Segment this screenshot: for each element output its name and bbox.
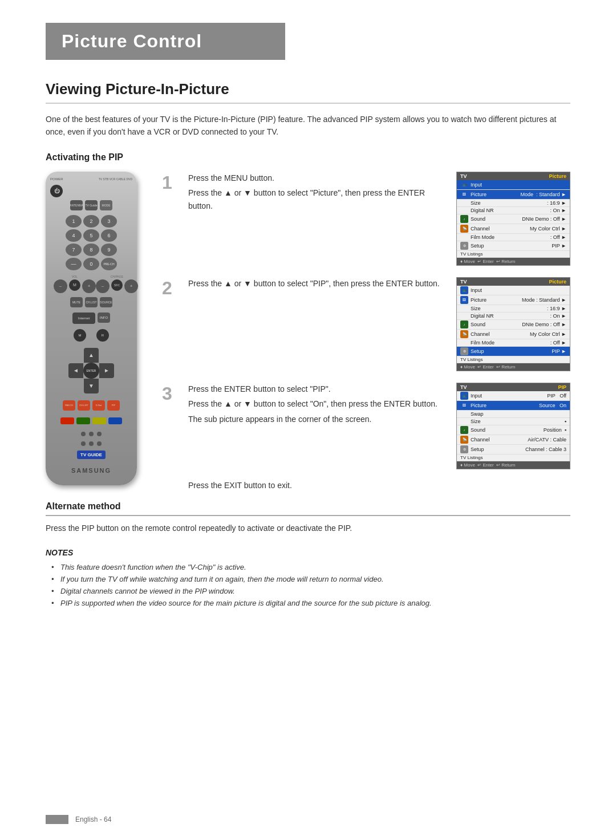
picture-mode-1: Mode : Standard ► [521, 192, 566, 197]
yellow-button[interactable] [92, 417, 106, 424]
film-label-1: Film Mode [471, 234, 495, 240]
setup-icon-1: ⚙ [460, 242, 468, 250]
green-button[interactable] [76, 417, 90, 424]
source-button[interactable]: SOURCE [100, 297, 112, 307]
channel-label-3: Channel [471, 437, 490, 443]
sound-icon-2: ♪ [460, 320, 468, 328]
num-dash[interactable]: — [66, 258, 82, 270]
remote-dots-2 [81, 441, 102, 446]
step-1-line-2: Press the ▲ or ▼ button to select "Pictu… [188, 186, 447, 212]
picture-label-3: Picture [471, 403, 487, 408]
num-8[interactable]: 8 [83, 244, 99, 256]
size-val-3: ▪ [565, 419, 566, 424]
num-9[interactable]: 9 [101, 244, 117, 256]
ch-down[interactable]: – [96, 279, 110, 293]
screen-footer-2: ♦ Move ↵ Enter ↩ Return [457, 363, 570, 371]
info-button[interactable]: INFO [98, 313, 110, 323]
section-title: Viewing Picture-In-Picture [46, 80, 570, 104]
note-4: PIP is supported when the video source f… [51, 598, 570, 610]
mode-button[interactable]: MODE [100, 200, 112, 210]
num-5[interactable]: 5 [83, 229, 99, 242]
num-3[interactable]: 3 [101, 215, 117, 228]
pre-ch[interactable]: PRE-CH [101, 258, 117, 270]
setup-label-1: Setup [471, 243, 484, 249]
mute-button[interactable]: MUTE [70, 297, 83, 307]
dot-4 [81, 441, 86, 446]
color-buttons [60, 417, 122, 424]
step-1-line-1: Press the MENU button. [188, 172, 447, 184]
remote-top-labels: POWER TV STB VCR CABLE DVD [50, 177, 132, 181]
screen-row-channel-2: 📡 Channel My Color Ctrl ► [457, 330, 570, 339]
film-val-2: : Off ► [550, 340, 566, 346]
fav-ch-button[interactable]: FAV.CH [63, 400, 75, 411]
pip-off-val-3: PIP Off [547, 393, 566, 399]
menu-button[interactable]: M [74, 329, 86, 342]
screen-row-dnr-1: Digital NR : On ► [457, 207, 570, 214]
dnie-val-2: DNIe Demo : Off ► [522, 322, 566, 327]
swap-label-3: Swap [471, 411, 484, 417]
num-4[interactable]: 4 [66, 229, 82, 242]
steps-area: 1 Press the MENU button. Press the ▲ or … [162, 172, 570, 490]
mute-btn[interactable]: M [69, 279, 80, 291]
d-net-button[interactable]: D-Net [92, 400, 105, 411]
dpad-up[interactable] [84, 348, 99, 363]
notes-title: NOTES [46, 548, 570, 557]
input-icon-1: 📺 [460, 181, 468, 189]
dot-2 [89, 432, 94, 436]
screen-row-sound-2: ♪ Sound DNIe Demo : Off ► [457, 320, 570, 330]
power-label: POWER [50, 177, 63, 181]
screen-row-picture-1: 🖼 Picture Mode : Standard ► [457, 190, 570, 200]
pip-button[interactable]: PIP [107, 400, 120, 411]
internet-row: Internet INFO [50, 313, 132, 324]
power-button[interactable]: ⏻ [50, 185, 63, 197]
channel-icon-1: 📡 [460, 225, 468, 233]
screen-row-swap-3: Swap [457, 411, 570, 418]
enter-button[interactable]: ENTER [83, 363, 99, 379]
internet-button[interactable]: Internet [72, 313, 95, 324]
dpad-right[interactable] [99, 363, 114, 378]
setup-label-2: Setup [471, 348, 484, 354]
step-2-text: Press the ▲ or ▼ button to select "PIP",… [188, 277, 447, 292]
vol-up[interactable]: + [82, 279, 96, 293]
ch-up[interactable]: + [124, 279, 138, 293]
vol-label: VOL [72, 275, 78, 278]
tvguide-button[interactable]: TV Guide [85, 200, 98, 210]
remote-dots [81, 432, 102, 436]
size-label-3: Size [471, 419, 481, 424]
ch-list-btn2[interactable]: CH.LIST [78, 400, 90, 411]
screen-row-pip-2: ⚙ Setup PIP ► [457, 347, 570, 356]
tv-label-1: TV [460, 173, 467, 179]
picture-icon-3: 🖼 [460, 401, 468, 409]
num-6[interactable]: 6 [101, 229, 117, 242]
source-btn[interactable]: SRC [111, 279, 123, 291]
sound-icon-1: ♪ [460, 215, 468, 223]
step-3-line-3: The sub picture appears in the corner of… [188, 413, 447, 425]
num-2[interactable]: 2 [83, 215, 99, 228]
num-1[interactable]: 1 [66, 215, 82, 228]
page-header: Picture Control [46, 23, 285, 60]
remote-control: POWER TV STB VCR CABLE DVD ⏻ ANTENNA TV … [46, 172, 137, 485]
red-button[interactable] [60, 417, 74, 424]
dpad-down[interactable] [84, 379, 99, 393]
alternate-method-section: Alternate method Press the PIP button on… [46, 501, 570, 534]
note-1: This feature doesn't function when the "… [51, 562, 570, 574]
step-2-row: 2 Press the ▲ or ▼ button to select "PIP… [162, 277, 570, 371]
tv-label-3: TV [460, 384, 467, 390]
antenna-button[interactable]: ANTENNA [70, 200, 83, 210]
dot-3 [97, 432, 102, 436]
blue-button[interactable] [108, 417, 122, 424]
chlist-button[interactable]: CH.LIST [85, 297, 98, 307]
dot-5 [89, 441, 94, 446]
listings-label-1: TV Listings [460, 251, 483, 257]
footer-text-3: ♦ Move ↵ Enter ↩ Return [460, 462, 515, 468]
num-0[interactable]: 0 [83, 258, 99, 270]
vol-down[interactable]: – [54, 279, 67, 293]
screen-title-3: PIP [558, 384, 566, 390]
setup-icon-3: ⚙ [460, 445, 468, 453]
fav-row: FAV.CH CH.LIST D-Net PIP [50, 400, 132, 411]
screen-row-input-1: 📺 Input [457, 180, 570, 190]
dpad-left[interactable] [68, 363, 83, 378]
exit-text: Press the EXIT button to exit. [188, 481, 570, 490]
num-7[interactable]: 7 [66, 244, 82, 256]
return-button[interactable]: R [96, 329, 109, 342]
